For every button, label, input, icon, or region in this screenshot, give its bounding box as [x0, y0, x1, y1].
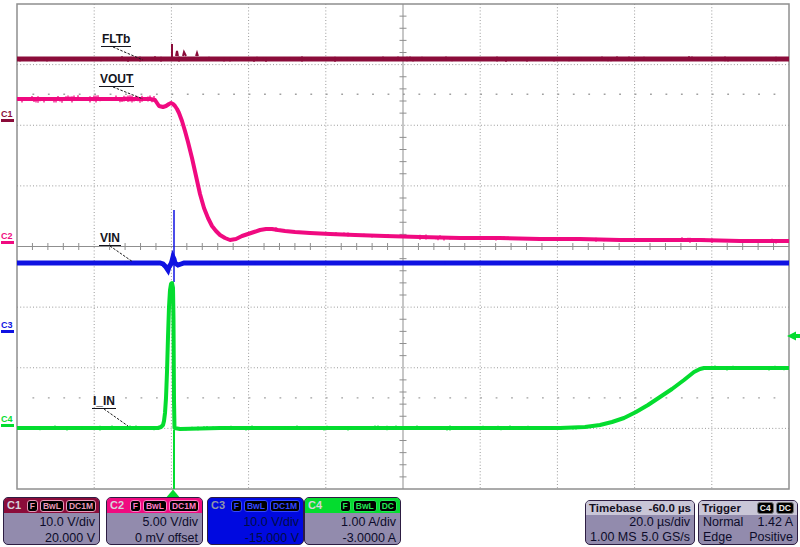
channel-marker-bar: [1, 241, 14, 244]
channel-marker-label: C4: [1, 415, 17, 423]
channel-marker-bar: [1, 424, 14, 427]
oscilloscope-screen: FLTb VOUT VIN I_IN C1 C2 C3 C4 C1 F BwL …: [0, 0, 800, 547]
coupling-badge: DC1M: [270, 500, 300, 512]
channel-marker-label: C2: [1, 232, 17, 240]
bandwidth-limit-badge: BwL: [143, 500, 167, 512]
trigger-level: 1.42 A: [758, 515, 793, 530]
channel-descriptor-header: C3 F BwL DC1M: [208, 498, 303, 513]
channel-marker-bar: [1, 330, 14, 333]
trigger-title: Trigger: [702, 502, 741, 514]
channel-offset: -15.000 V: [212, 530, 299, 545]
channel-descriptor-c3[interactable]: C3 F BwL DC1M 10.0 V/div -15.000 V: [207, 497, 304, 545]
bandwidth-limit-badge: BwL: [40, 500, 64, 512]
timebase-descriptor[interactable]: Timebase -60.0 µs 20.0 µs/div 1.00 MS 5.…: [585, 500, 695, 545]
channel-id: C3: [211, 498, 225, 513]
coupling-badge: DC: [379, 500, 397, 512]
channel-offset-marker-c1[interactable]: C1: [1, 110, 17, 122]
timebase-samples: 1.00 MS: [590, 530, 637, 545]
channel-scale: 1.00 A/div: [309, 514, 396, 530]
filter-badge: F: [130, 500, 141, 512]
channel-offset-marker-c3[interactable]: C3: [1, 321, 17, 333]
channel-scale: 10.0 V/div: [212, 514, 299, 530]
channel-marker-label: C3: [1, 321, 17, 329]
coupling-badge: DC1M: [66, 500, 96, 512]
channel-descriptor-c1[interactable]: C1 F BwL DC1M 10.0 V/div 20.000 V: [3, 497, 100, 545]
channel-descriptor-header: C2 F BwL DC1M: [107, 498, 202, 513]
trigger-coupling-badge: DC: [776, 502, 794, 514]
trigger-slope: Positive: [749, 530, 793, 545]
channel-offset: 0 mV offset: [111, 530, 198, 545]
channel-id: C2: [110, 498, 124, 513]
trace-label-fltb: FLTb: [101, 33, 131, 47]
channel-offset: -3.0000 A: [309, 530, 396, 545]
channel-descriptor-c2[interactable]: C2 F BwL DC1M 5.00 V/div 0 mV offset: [106, 497, 203, 545]
channel-scale: 5.00 V/div: [111, 514, 198, 530]
timebase-samplerate: 5.0 GS/s: [641, 530, 690, 545]
trigger-type: Edge: [703, 530, 732, 545]
channel-offset-marker-c2[interactable]: C2: [1, 232, 17, 244]
channel-marker-bar: [1, 119, 14, 122]
channel-descriptor-c4[interactable]: C4 F BwL DC 1.00 A/div -3.0000 A: [304, 497, 401, 545]
filter-badge: F: [231, 500, 242, 512]
channel-offset-marker-c4[interactable]: C4: [1, 415, 17, 427]
bandwidth-limit-badge: BwL: [353, 500, 377, 512]
coupling-badge: DC1M: [169, 500, 199, 512]
timebase-header: Timebase -60.0 µs: [586, 501, 694, 515]
trigger-descriptor[interactable]: Trigger C4 DC Normal 1.42 A Edge Positiv…: [698, 500, 798, 545]
channel-descriptor-header: C4 F BwL DC: [305, 498, 400, 513]
trace-label-vout: VOUT: [99, 73, 134, 87]
trigger-mode: Normal: [703, 515, 743, 530]
trigger-source-badge: C4: [757, 502, 774, 514]
timebase-position: -60.0 µs: [649, 502, 691, 514]
channel-scale: 10.0 V/div: [8, 514, 95, 530]
filter-badge: F: [340, 500, 351, 512]
trigger-header: Trigger C4 DC: [699, 501, 797, 515]
filter-badge: F: [27, 500, 38, 512]
trace-label-vin: VIN: [99, 232, 121, 246]
trace-label-iin: I_IN: [92, 395, 116, 409]
channel-offset: 20.000 V: [8, 530, 95, 545]
channel-descriptor-header: C1 F BwL DC1M: [4, 498, 99, 513]
channel-marker-label: C1: [1, 110, 17, 118]
bandwidth-limit-badge: BwL: [244, 500, 268, 512]
channel-id: C1: [7, 498, 21, 513]
channel-id: C4: [308, 498, 322, 513]
timebase-title: Timebase: [589, 502, 642, 514]
timebase-scale: 20.0 µs/div: [629, 515, 690, 530]
